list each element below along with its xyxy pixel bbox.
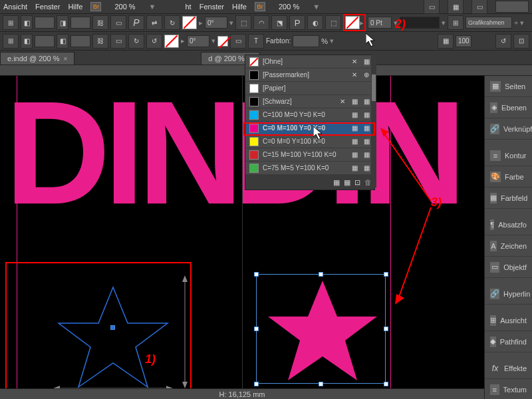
swatch-row[interactable]: [Papier] <box>245 82 374 95</box>
cursor-icon <box>366 33 378 48</box>
panel-tab[interactable]: ▭Objektf <box>485 257 532 278</box>
panel-tab[interactable]: ▦Farbfeld <box>485 188 532 209</box>
control-toolbar: ⊞ ◧ ◨ ⛓ ▭ P ⇄ ↻ ▸ 0° ▾ ⬚ ◠ ⬔ P ◐ ⬚ ▸ 0 P… <box>0 13 532 32</box>
opacity-icon[interactable]: ⬚ <box>325 15 341 30</box>
swatch-type-icon: ▦ <box>350 138 358 146</box>
constrain-icon[interactable]: ⛓ <box>92 15 108 30</box>
menu-fenster2[interactable]: Fenster <box>200 3 224 11</box>
panel-tab[interactable]: 🔗Hyperlin <box>485 283 532 305</box>
misc-icon[interactable]: ↺ <box>495 34 511 49</box>
bridge-icon2[interactable]: Br <box>255 2 265 11</box>
ref-point-icon[interactable]: ⊞ <box>3 15 19 30</box>
screen-mode-icon[interactable]: ▭ <box>424 0 440 14</box>
doc-tab-1[interactable]: e.indd @ 200 %× <box>0 52 74 65</box>
stroke-none-icon[interactable] <box>345 16 360 29</box>
arrange-icon[interactable]: ▦ <box>448 0 464 14</box>
stroke-weight-field[interactable]: 0 Pt <box>368 17 392 29</box>
menu-hilfe[interactable]: Hilfe <box>68 3 82 11</box>
swatches-footer: ▦ ▦ ⊡ 🗑 <box>245 175 374 190</box>
wrap-icon[interactable]: P <box>289 15 305 30</box>
transform-icon[interactable]: ⬔ <box>271 15 287 30</box>
swatch-icon[interactable]: ▦ <box>344 178 350 187</box>
panel-tab[interactable]: 🔗Verknüpf <box>485 118 532 140</box>
swatch-chip <box>249 97 259 106</box>
panel-icon: ¶ <box>490 219 494 230</box>
menu-ansicht[interactable]: Ansicht <box>3 3 27 11</box>
swatch-type-icon: ▦ <box>362 98 370 106</box>
effects-icon[interactable]: ◐ <box>307 15 323 30</box>
text-icon[interactable]: T <box>248 34 264 49</box>
rotate-field[interactable]: 0° <box>205 17 227 29</box>
zoom-field2[interactable]: 200 % <box>273 2 305 11</box>
panel-tab[interactable]: ≡Kontur <box>485 145 532 166</box>
fill2-none-icon[interactable] <box>164 35 179 48</box>
swatch-type-icon: ▦ <box>350 111 358 119</box>
swatch-name: [Papier] <box>263 84 370 92</box>
panel-tab[interactable]: fxEffekte <box>485 358 532 379</box>
flip-icon[interactable]: ⇄ <box>146 15 162 30</box>
x-field[interactable] <box>35 17 55 29</box>
workspace-icon[interactable]: ▭ <box>471 0 487 14</box>
swatch-icon[interactable]: ▦ <box>333 178 340 187</box>
swatch-row[interactable]: C=100 M=0 Y=0 K=0▦▦ <box>245 108 374 122</box>
menu-hilfe2[interactable]: Hilfe <box>232 3 247 11</box>
bridge-icon[interactable]: Br <box>90 2 101 11</box>
swatch-row[interactable]: C=75 M=5 Y=100 K=0▦▦ <box>245 162 374 175</box>
panel-icon: A <box>490 241 497 251</box>
panel-label: Farbe <box>505 173 524 181</box>
new-swatch-icon[interactable]: ⊡ <box>354 178 360 187</box>
panel-tab[interactable]: ⊞Ausricht <box>485 310 532 331</box>
zoom-field[interactable]: 200 % <box>109 2 140 11</box>
panel-tab[interactable]: ≡Textum <box>485 379 532 399</box>
shear-icon[interactable]: ⬚ <box>235 15 251 30</box>
panel-label: Absatzfo <box>498 221 527 229</box>
swatches-scrollbar[interactable] <box>371 55 376 188</box>
px-field[interactable]: 100 <box>456 35 471 47</box>
annotation-2: 2) <box>395 17 406 31</box>
swatch-type-icon: ✕ <box>338 98 346 106</box>
panel-tab[interactable]: ◆Pathfind <box>485 331 532 352</box>
panel-tab[interactable]: 🎨Farbe <box>485 166 532 188</box>
rotate-icon[interactable]: ↻ <box>164 15 180 30</box>
swatch-row[interactable]: C=15 M=100 Y=100 K=0▦▦ <box>245 148 374 162</box>
scale-icon[interactable]: ▭ <box>110 15 126 30</box>
panel-icon: ▦ <box>490 193 497 203</box>
panel-icon: ▦ <box>490 81 501 92</box>
fill-none-icon[interactable] <box>182 16 197 29</box>
swatch-row[interactable]: [Ohne]✕▦ <box>245 55 374 68</box>
w-field[interactable] <box>70 17 90 29</box>
container-icon[interactable]: ▭ <box>230 34 246 49</box>
corner-icon[interactable]: ◠ <box>253 15 269 30</box>
menu-fenster[interactable]: Fenster <box>35 3 60 11</box>
swatch-chip <box>249 70 259 80</box>
panel-tab[interactable]: ◈Ebenen <box>485 97 532 118</box>
swatch-row[interactable]: [Schwarz]✕▦▦ <box>245 95 374 108</box>
panel-label: Seiten <box>505 82 525 90</box>
tint-field[interactable] <box>293 35 319 47</box>
swatch-chip <box>249 110 259 120</box>
panel-tab[interactable]: ▦Seiten <box>485 76 532 97</box>
panel-label: Ausricht <box>500 317 527 325</box>
menu-ht[interactable]: ht <box>185 3 191 11</box>
swatch-name: [Passermarken] <box>263 71 346 78</box>
svg-marker-2 <box>182 275 188 282</box>
swap-icon[interactable] <box>217 36 228 47</box>
px-icon[interactable]: ▦ <box>438 34 454 49</box>
frame-icon[interactable]: ⊞ <box>448 15 464 30</box>
search-field[interactable] <box>495 1 529 13</box>
selection-box[interactable] <box>256 274 386 384</box>
xy-icon[interactable]: ◧ <box>21 15 33 30</box>
swatch-type-icon: ▦ <box>350 151 358 159</box>
cursor-icon-2 <box>313 126 325 141</box>
paragraph-icon[interactable]: P <box>128 15 144 30</box>
swatch-row[interactable]: [Passermarken]✕⊕ <box>245 68 374 82</box>
swatch-chip <box>249 84 259 93</box>
ref2-icon[interactable]: ⊞ <box>3 34 19 49</box>
wh-icon[interactable]: ◨ <box>57 15 68 30</box>
swatch-row[interactable]: C=0 M=0 Y=100 K=0▦▦ <box>245 135 374 148</box>
panel-tab[interactable]: AZeichen <box>485 235 532 257</box>
gfxframe-field[interactable]: Grafikrahmen <box>466 17 512 29</box>
status-bar: H: 16,125 mm <box>0 388 484 399</box>
panel-tab[interactable]: ¶Absatzfo <box>485 214 532 235</box>
panel-icon: ⊞ <box>490 315 496 326</box>
